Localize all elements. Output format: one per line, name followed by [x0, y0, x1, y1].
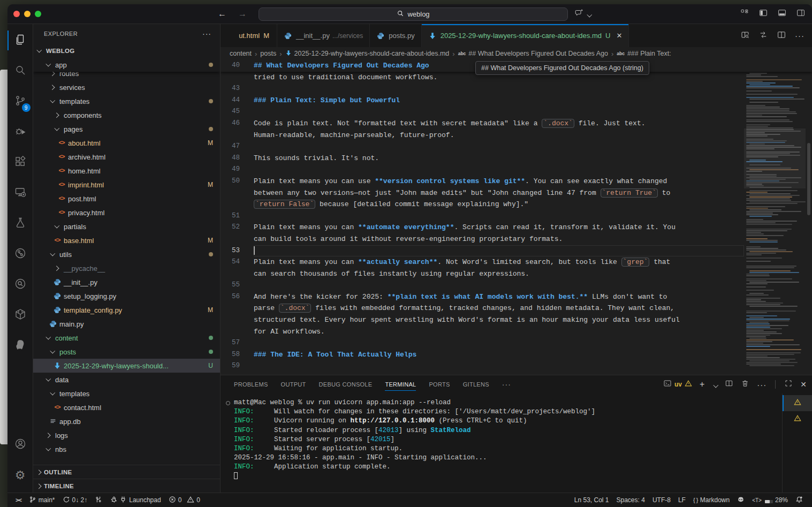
editor-line-wrap[interactable]: between any two versions—not just "John … [221, 187, 812, 199]
panel-tab-terminal[interactable]: TERMINAL [385, 375, 416, 394]
terminal-list-item[interactable] [783, 411, 812, 427]
more-actions-icon[interactable]: ··· [795, 31, 805, 40]
editor-tab-posts-py[interactable]: posts.py [370, 24, 421, 47]
activity-item-testing[interactable] [7, 210, 33, 237]
tree-item-contact-html[interactable]: <>contact.html [33, 400, 220, 414]
timeline-section[interactable]: TIMELINE [33, 479, 220, 493]
tree-item-imprint-html[interactable]: <>imprint.htmlM [33, 178, 220, 192]
command-decoration-icon[interactable] [226, 401, 230, 405]
close-window-button[interactable] [13, 11, 20, 17]
close-tab-icon[interactable]: ✕ [616, 32, 622, 40]
breadcrumb-item[interactable]: ## What Developers Figured Out Decades A… [468, 50, 608, 57]
terminal-dropdown-icon[interactable] [712, 382, 717, 387]
editor-line-52[interactable]: 52Plain text means you can **automate ev… [221, 222, 812, 233]
editor-line-48[interactable]: 48This sounds trivial. It's not. [221, 153, 812, 164]
outline-section[interactable]: OUTLINE [33, 465, 220, 479]
editor-scrollbar[interactable] [806, 60, 812, 375]
editor-line-wrap[interactable]: parse `.docx` files with embedded format… [221, 302, 812, 314]
status-cursor-position[interactable]: Ln 53, Col 1 [571, 493, 613, 507]
editor-line-57[interactable]: 57 [221, 337, 812, 349]
editor-line-51[interactable]: 51 [221, 210, 812, 222]
editor-line-wrap[interactable]: can build tools around it without revers… [221, 233, 812, 245]
activity-item-gitlens-inspect[interactable] [7, 271, 33, 298]
editor-line-wrap[interactable]: can search thousands of files instantly … [221, 268, 812, 280]
activity-item-run-debug[interactable] [7, 119, 33, 145]
tree-item-post-html[interactable]: <>post.html [33, 192, 220, 206]
editor-line-wrap[interactable]: Human-readable, machine-parseable, futur… [221, 130, 812, 141]
status-language-mode[interactable]: { }Markdown [689, 493, 733, 507]
breadcrumb-item[interactable]: content [230, 50, 252, 57]
panel-tab-debug-console[interactable]: DEBUG CONSOLE [319, 375, 373, 394]
activity-item-postgres[interactable] [7, 332, 33, 359]
toggle-secondary-sidebar-icon[interactable] [796, 8, 806, 20]
editor-line-wrap[interactable]: `return False` because [detailed commit … [221, 199, 812, 210]
tree-item-about-html[interactable]: <>about.htmlM [33, 136, 220, 150]
minimap[interactable] [744, 60, 806, 375]
editor-tab--init-py[interactable]: __init__.py.../services [277, 24, 370, 47]
activity-item-settings[interactable]: ⚙ [7, 462, 33, 488]
tree-item-2025-12-29-why-lawyers-should-[interactable]: 2025-12-29-why-lawyers-should...U [33, 359, 220, 373]
tree-item--init-py[interactable]: __init__.py [33, 275, 220, 289]
activity-item-search[interactable] [7, 58, 33, 84]
tree-item-utils[interactable]: utils [33, 247, 220, 261]
tree-item-posts[interactable]: posts [33, 345, 220, 359]
tree-item-content[interactable]: content [33, 331, 220, 345]
editor-line-54[interactable]: 54Plain text means you can **actually se… [221, 256, 812, 268]
editor-line-47[interactable]: 47 [221, 141, 812, 153]
maximize-panel-icon[interactable] [784, 379, 793, 390]
tree-item-logs[interactable]: logs [33, 428, 220, 442]
minimize-window-button[interactable] [24, 11, 31, 17]
panel-tab-problems[interactable]: PROBLEMS [234, 375, 268, 394]
editor-line-45[interactable]: 45 [221, 106, 812, 118]
activity-item-source-control[interactable]: 9 [7, 88, 33, 115]
zoom-window-button[interactable] [35, 11, 41, 17]
customize-layout-icon[interactable] [740, 8, 749, 20]
command-center-search[interactable]: weblog [259, 7, 568, 21]
status-remote[interactable]: >< [12, 493, 25, 507]
tree-item-base-html[interactable]: <>base.htmlM [33, 233, 220, 247]
tree-item-nbs[interactable]: nbs [33, 442, 220, 456]
status-usage[interactable]: <T>28% [748, 493, 792, 507]
editor-line-59[interactable]: 59 [221, 360, 812, 372]
activity-item-account[interactable] [7, 432, 33, 458]
tree-item-components[interactable]: components [33, 108, 220, 122]
explorer-more-actions-icon[interactable]: ··· [202, 29, 211, 38]
back-icon[interactable]: ← [218, 9, 226, 19]
toggle-primary-sidebar-icon[interactable] [758, 8, 768, 20]
editor-line-43[interactable]: 43 [221, 83, 812, 95]
status-git-branch[interactable]: main* [25, 493, 59, 507]
panel-tabs-more-icon[interactable]: ··· [502, 375, 511, 394]
editor-line-wrap[interactable]: structured text. Every hour spent wrestl… [221, 314, 812, 326]
editor-line-50[interactable]: 50Plain text means you can use **version… [221, 176, 812, 187]
open-changes-icon[interactable] [758, 30, 768, 42]
tree-item-partials[interactable]: partials [33, 220, 220, 233]
tree-item-app[interactable]: app [33, 58, 220, 72]
status-launchpad[interactable]: Launchpad [106, 493, 164, 507]
breadcrumb-item[interactable]: 2025-12-29-why-lawyers-should-care-about… [294, 50, 450, 57]
activity-item-remote-explorer[interactable] [7, 180, 33, 206]
editor-line-58[interactable]: 58### The IDE: A Tool That Actually Help… [221, 349, 812, 361]
tree-item-services[interactable]: services [33, 80, 220, 94]
split-terminal-icon[interactable] [725, 379, 733, 390]
editor-line-wrap[interactable]: for AI workflows. [221, 326, 812, 338]
status-encoding[interactable]: UTF-8 [649, 493, 674, 507]
breadcrumb-item[interactable]: posts [260, 50, 276, 57]
tree-item-data[interactable]: data [33, 373, 220, 387]
status-gitlens-graph[interactable] [91, 493, 106, 507]
status-notifications[interactable] [792, 493, 807, 507]
tree-item-setup-logging-py[interactable]: setup_logging.py [33, 289, 220, 303]
activity-item-extensions[interactable] [7, 149, 33, 176]
status-eol[interactable]: LF [674, 493, 689, 507]
tree-item-archive-html[interactable]: <>archive.html [33, 150, 220, 164]
editor-tab-2025-12-29-why-lawyers-should-care-about-ides-md[interactable]: 2025-12-29-why-lawyers-should-care-about… [422, 24, 629, 47]
terminal-output[interactable]: matt@Mac weblog % uv run uvicorn app.mai… [221, 394, 782, 493]
split-editor-icon[interactable] [777, 30, 786, 42]
close-panel-icon[interactable]: ✕ [800, 380, 807, 389]
minimap-slider[interactable] [744, 128, 806, 188]
panel-tab-ports[interactable]: PORTS [429, 375, 450, 394]
toggle-panel-icon[interactable] [777, 8, 787, 20]
activity-item-containers[interactable] [7, 302, 33, 328]
tree-item-templates[interactable]: templates [33, 94, 220, 108]
tree-item-main-py[interactable]: main.py [33, 317, 220, 331]
tree-item-app-db[interactable]: app.db [33, 414, 220, 428]
